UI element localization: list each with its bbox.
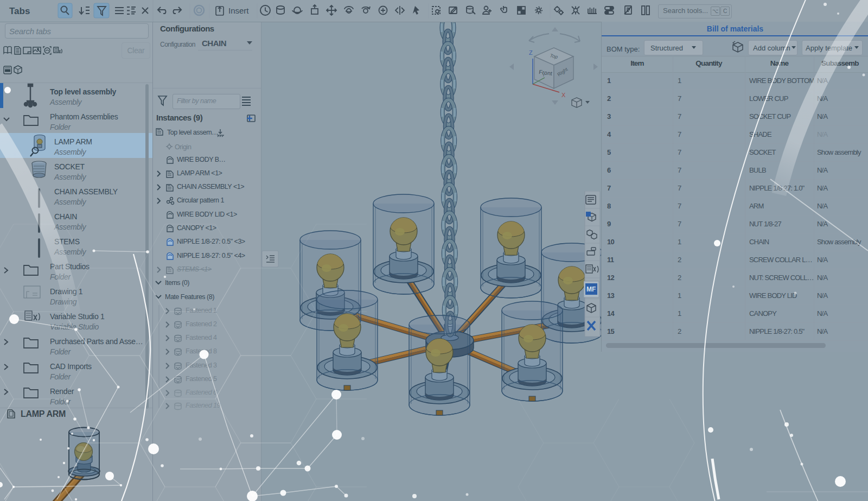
svg-text:M: M <box>586 286 592 293</box>
svg-text:X: X <box>561 92 566 98</box>
svg-text:Z: Z <box>529 49 533 56</box>
svg-text:Y: Y <box>542 72 545 78</box>
svg-text:F: F <box>592 286 596 293</box>
